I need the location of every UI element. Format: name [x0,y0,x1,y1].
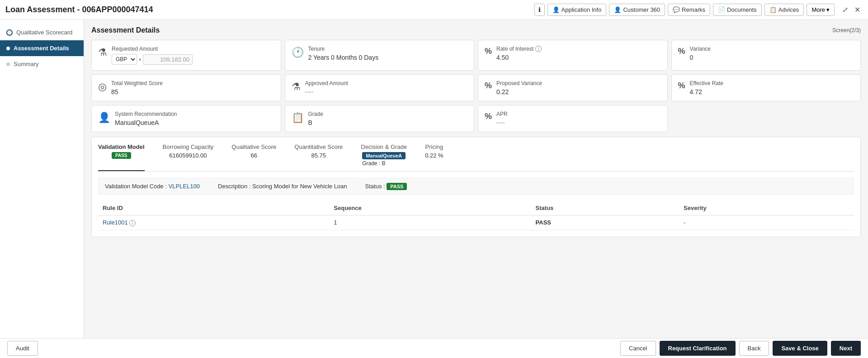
chevron-down-icon: ▾ [139,57,141,62]
requested-amount-card: ⚗ Requested Amount GBP ▾ [91,40,281,71]
tab-qualitative-score[interactable]: Qualitative Score 66 [231,143,276,171]
rules-table: Rule ID Sequence Status Severity Rule100… [98,201,854,230]
approved-amount-card: ⚗ Approved Amount ---- [285,74,475,101]
effective-rate-value: 4.72 [690,88,854,95]
sidebar-item-summary[interactable]: Summary [0,56,84,72]
main-layout: Qualitative Scorecard Assessment Details… [0,20,868,338]
active-dot-icon [6,47,10,50]
validation-section: Validation Model PASS Borrowing Capacity… [91,137,861,237]
sidebar-item-assessment-details[interactable]: Assessment Details [0,40,84,56]
documents-button[interactable]: 📄 Documents [713,4,762,16]
header: Loan Assessment - 006APP000047414 ℹ 👤 Ap… [0,0,868,20]
proposed-variance-label: Proposed Variance [496,80,660,86]
effective-rate-label: Effective Rate [690,80,854,86]
requested-amount-input-row: GBP ▾ [112,54,274,65]
grade-value: B [308,119,468,126]
proposed-variance-card: % Proposed Variance 0.22 [478,74,668,101]
proposed-variance-value: 0.22 [496,88,660,95]
back-button[interactable]: Back [739,341,769,356]
rate-of-interest-card: % Rate of Interest i 4.50 [478,40,668,71]
cards-row-3: 👤 System Recommendation ManualQueueA 📋 G… [91,105,861,132]
approved-amount-value: ---- [305,88,468,95]
info-icon[interactable]: i [535,46,542,52]
flask-icon: ⚗ [98,47,107,58]
info-icon-button[interactable]: ℹ [534,4,545,16]
advices-button[interactable]: 📋 Advices [764,4,804,16]
validation-info-bar: Validation Model Code : VLPLEL100 Descri… [98,178,854,195]
advices-icon: 📋 [769,6,777,13]
sys-rec-label: System Recommendation [115,111,274,117]
variance-label: Variance [690,46,854,52]
customer-360-button[interactable]: 👤 Customer 360 [609,4,665,16]
apr-label: APR [496,111,660,117]
save-close-button[interactable]: Save & Close [773,341,827,356]
person-icon: 👤 [98,112,110,124]
sys-rec-value: ManualQueueA [115,119,274,126]
clipboard-icon: 📋 [292,112,304,124]
close-button[interactable]: ✕ [852,5,863,15]
rule-id-cell: Rule1001 i [98,215,329,230]
tenure-card: 🕐 Tenure 2 Years 0 Months 0 Days [285,40,475,71]
manualqueue-badge: ManualQueueA [362,152,406,159]
cancel-button[interactable]: Cancel [620,341,656,356]
footer-left: Audit [7,341,38,356]
col-severity: Severity [679,201,854,215]
col-status: Status [531,201,679,215]
gauge-icon: ◎ [98,81,107,93]
footer-right: Cancel Request Clarification Back Save &… [620,341,861,356]
rule-id-link[interactable]: Rule1001 [103,219,128,226]
amount-input[interactable] [143,54,193,65]
empty-card [671,105,861,132]
grade-card: 📋 Grade B [285,105,475,132]
percent-icon-5: % [485,112,492,121]
variance-card: % Variance 0 [671,40,861,71]
tab-validation-model[interactable]: Validation Model PASS [98,143,145,171]
tab-pricing[interactable]: Pricing 0.22 % [425,143,443,171]
application-info-button[interactable]: 👤 Application Info [547,4,607,16]
audit-button[interactable]: Audit [7,341,38,356]
tenure-value: 2 Years 0 Months 0 Days [308,54,468,61]
variance-value: 0 [690,54,854,61]
apr-value: ---- [496,119,660,126]
pass-badge: PASS [112,152,131,159]
apr-card: % APR ---- [478,105,668,132]
resize-button[interactable]: ⤢ [840,5,850,15]
flask-icon-2: ⚗ [292,81,301,93]
footer: Audit Cancel Request Clarification Back … [0,338,868,358]
approved-amount-label: Approved Amount [305,80,468,86]
request-clarification-button[interactable]: Request Clarification [660,341,736,356]
dot-icon [6,62,10,66]
rule-info-icon[interactable]: i [129,220,136,226]
grade-label: Grade [308,111,468,117]
total-weighted-score-card: ◎ Total Weighted Score 85 [91,74,281,101]
currency-select[interactable]: GBP [112,54,137,65]
documents-icon: 📄 [718,6,725,13]
tab-decision-grade[interactable]: Decision & Grade ManualQueueA Grade : B [361,143,407,171]
percent-icon-3: % [485,81,492,91]
clock-icon: 🕐 [292,47,304,58]
model-code-item: Validation Model Code : VLPLEL100 [105,183,200,190]
circle-icon [6,29,13,36]
sidebar: Qualitative Scorecard Assessment Details… [0,20,84,338]
tab-borrowing-capacity[interactable]: Borrowing Capacity 616059910.00 [163,143,214,171]
more-button[interactable]: More ▾ [807,4,835,16]
system-recommendation-card: 👤 System Recommendation ManualQueueA [91,105,281,132]
screen-info: Screen(2/3) [832,27,861,33]
table-header-row: Rule ID Sequence Status Severity [98,201,854,215]
remarks-button[interactable]: 💬 Remarks [668,4,710,16]
window-controls: ⤢ ✕ [840,5,863,15]
percent-icon-4: % [678,81,685,91]
col-rule-id: Rule ID [98,201,329,215]
cards-row-1: ⚗ Requested Amount GBP ▾ 🕐 Tenure [91,40,861,71]
effective-rate-card: % Effective Rate 4.72 [671,74,861,101]
next-button[interactable]: Next [831,341,861,356]
cards-row-2: ◎ Total Weighted Score 85 ⚗ Approved Amo… [91,74,861,101]
tab-quantitative-score[interactable]: Quantitative Score 85.75 [294,143,343,171]
model-code-link[interactable]: VLPLEL100 [169,183,200,190]
page-title: Loan Assessment - 006APP000047414 [5,5,153,14]
percent-icon: % [485,47,492,56]
status-cell: PASS [531,215,679,230]
sidebar-item-qualitative-scorecard[interactable]: Qualitative Scorecard [0,24,84,40]
user-icon: 👤 [552,6,560,13]
grade-text: Grade : B [362,160,385,167]
